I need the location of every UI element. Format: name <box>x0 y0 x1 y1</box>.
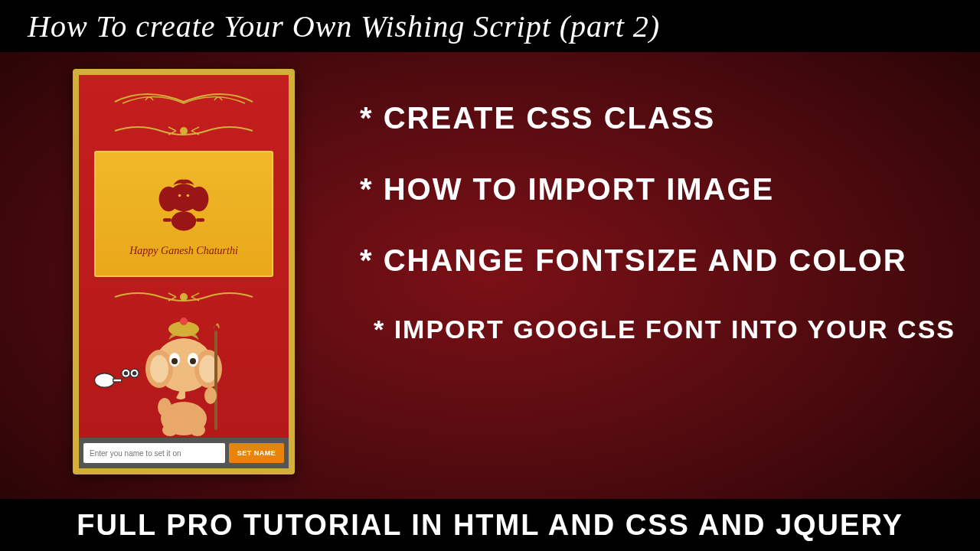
set-name-button[interactable]: SET NAME <box>229 443 284 463</box>
character-area <box>79 308 289 438</box>
svg-point-4 <box>172 211 196 230</box>
svg-point-25 <box>172 358 178 364</box>
svg-point-0 <box>180 127 188 135</box>
bullet-item: * HOW TO IMPORT IMAGE <box>360 172 956 207</box>
svg-point-14 <box>132 371 137 376</box>
header-bar: How To create Your Own Wishing Script (p… <box>0 0 980 52</box>
svg-point-9 <box>180 293 188 301</box>
greeting-text: Happy Ganesh Chaturthi <box>129 245 238 257</box>
svg-point-26 <box>190 358 196 364</box>
bullet-item: * CHANGE FONTSIZE AND COLOR <box>360 243 956 278</box>
svg-point-13 <box>124 371 129 376</box>
svg-point-2 <box>159 186 178 210</box>
bal-ganesha-character <box>130 315 237 438</box>
phone-inner: Happy Ganesh Chaturthi <box>79 75 289 468</box>
svg-point-7 <box>178 194 181 197</box>
page-title: How To create Your Own Wishing Script (p… <box>28 8 660 44</box>
svg-point-31 <box>204 387 217 404</box>
svg-rect-29 <box>214 331 217 430</box>
bullet-item: * CREATE CSS CLASS <box>360 101 956 135</box>
hand-pointer-icon <box>90 365 140 396</box>
bullet-item: * IMPORT GOOGLE FONT INTO YOUR CSS <box>374 315 956 344</box>
svg-rect-6 <box>196 218 204 222</box>
input-bar: SET NAME <box>79 438 289 468</box>
svg-rect-5 <box>163 218 172 222</box>
greeting-card: Happy Ganesh Chaturthi <box>94 151 273 277</box>
phone-preview: Happy Ganesh Chaturthi <box>73 69 295 474</box>
svg-point-30 <box>158 398 172 416</box>
svg-point-16 <box>162 424 178 436</box>
name-input[interactable] <box>83 443 225 463</box>
footer-bar: FULL PRO TUTORIAL IN HTML AND CSS AND JQ… <box>0 499 980 551</box>
decoration-top <box>79 75 289 113</box>
svg-point-21 <box>150 355 168 383</box>
svg-point-10 <box>95 373 115 388</box>
svg-point-8 <box>187 194 190 197</box>
footer-text: FULL PRO TUTORIAL IN HTML AND CSS AND JQ… <box>77 509 903 542</box>
bullet-list: * CREATE CSS CLASS * HOW TO IMPORT IMAGE… <box>360 101 956 381</box>
decoration-strip-1 <box>79 117 289 145</box>
decoration-strip-2 <box>79 283 289 311</box>
svg-point-28 <box>180 318 188 325</box>
svg-point-3 <box>189 186 208 210</box>
svg-point-17 <box>190 424 205 436</box>
ganesha-icon <box>149 171 218 240</box>
